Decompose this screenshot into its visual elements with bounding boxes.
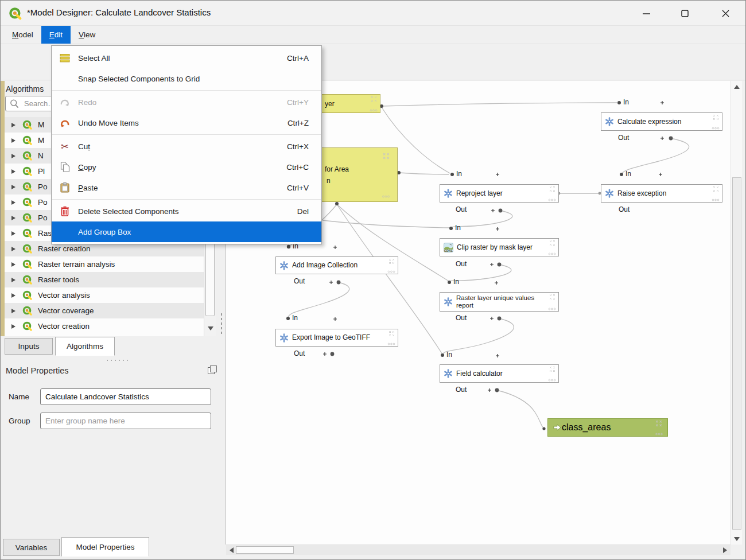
comment-icon[interactable] xyxy=(382,195,390,198)
menu-item-select-all[interactable]: Select All Ctrl+A xyxy=(52,48,321,68)
model-name-field[interactable] xyxy=(40,388,211,405)
scroll-down-button[interactable] xyxy=(731,534,743,543)
expand-icon[interactable] xyxy=(11,154,15,158)
port-in-label[interactable]: In xyxy=(456,170,462,178)
algorithm-group-row[interactable]: Vector coverage xyxy=(5,303,204,318)
port-out-label[interactable]: Out xyxy=(456,314,467,322)
list-scrollbar-thumb[interactable] xyxy=(205,239,215,316)
list-scroll-down-button[interactable] xyxy=(205,322,215,334)
port-in-label[interactable]: In xyxy=(292,314,298,322)
expand-icon[interactable] xyxy=(11,200,15,205)
comment-icon[interactable] xyxy=(712,127,720,130)
menu-item-add-group-box[interactable]: Add Group Box xyxy=(52,221,321,242)
port-out-label[interactable]: Out xyxy=(456,386,467,394)
edit-component-icon[interactable] xyxy=(655,420,663,427)
expand-icon[interactable] xyxy=(11,262,15,267)
undock-icon[interactable] xyxy=(208,367,215,374)
menu-item-cut[interactable]: ✂ Cut Ctrl+X xyxy=(52,136,321,157)
node-add-image-collection[interactable]: Add Image Collection xyxy=(275,256,398,274)
scroll-left-button[interactable] xyxy=(227,546,236,555)
canvas-vertical-scrollbar[interactable] xyxy=(731,81,742,545)
expand-icon[interactable] xyxy=(11,278,15,282)
tab-variables[interactable]: Variables xyxy=(3,539,60,556)
port-in-label[interactable]: In xyxy=(623,98,629,106)
menu-model[interactable]: Model xyxy=(4,26,41,44)
expand-icon[interactable] xyxy=(11,123,15,127)
panel-splitter-grip[interactable] xyxy=(220,312,223,335)
port-out-label[interactable]: Out xyxy=(294,349,305,357)
menu-item-undo-move-items[interactable]: Undo Move Items Ctrl+Z xyxy=(52,112,321,133)
algorithm-group-row[interactable]: Vector analysis xyxy=(5,287,204,303)
comment-icon[interactable] xyxy=(548,252,556,255)
vertical-scrollbar-thumb[interactable] xyxy=(732,177,741,530)
menu-item-snap-to-grid[interactable]: Snap Selected Components to Grid xyxy=(52,68,321,89)
edit-component-icon[interactable] xyxy=(549,366,556,373)
port-out-label[interactable]: Out xyxy=(294,277,305,285)
port-in-label[interactable]: In xyxy=(455,224,461,232)
comment-icon[interactable] xyxy=(548,379,556,382)
comment-icon[interactable] xyxy=(712,199,720,201)
port-in-label[interactable]: In xyxy=(453,278,459,286)
node-output-class-areas[interactable]: class_areas xyxy=(547,418,668,437)
menu-view[interactable]: View xyxy=(71,26,103,44)
algorithm-group-row[interactable]: Raster terrain analysis xyxy=(5,256,204,272)
edit-component-icon[interactable] xyxy=(388,330,395,337)
edit-component-icon[interactable] xyxy=(549,186,556,193)
expand-icon[interactable] xyxy=(11,293,15,298)
maximize-button[interactable] xyxy=(671,4,698,22)
model-group-field[interactable] xyxy=(40,413,211,429)
canvas-horizontal-scrollbar[interactable] xyxy=(226,545,731,555)
node-reproject-layer[interactable]: Reproject layer xyxy=(440,184,559,203)
port-out-label[interactable]: Out xyxy=(619,205,630,213)
node-field-calculator[interactable]: Field calculator xyxy=(440,364,559,383)
node-unique-values[interactable]: Raster layer unique values report xyxy=(440,292,559,312)
edit-component-icon[interactable] xyxy=(713,114,720,121)
node-clip-raster[interactable]: Clip raster by mask layer xyxy=(440,238,559,256)
menu-item-copy[interactable]: Copy Ctrl+C xyxy=(52,157,321,177)
algorithm-group-row[interactable]: Vector creation xyxy=(5,318,204,334)
horizontal-scrollbar-thumb[interactable] xyxy=(236,546,294,554)
port-out-label[interactable]: Out xyxy=(618,134,629,142)
edit-component-icon[interactable] xyxy=(549,294,556,301)
comment-icon[interactable] xyxy=(655,433,663,435)
tab-inputs[interactable]: Inputs xyxy=(5,338,53,355)
comment-icon[interactable] xyxy=(370,109,378,112)
edit-component-icon[interactable] xyxy=(371,96,378,103)
undo-icon xyxy=(57,118,72,127)
node-calculate-expression[interactable]: Calculate expression xyxy=(601,112,722,131)
node-raise-exception[interactable]: Raise exception xyxy=(601,184,722,203)
edit-component-icon[interactable] xyxy=(713,186,720,193)
tab-algorithms[interactable]: Algorithms xyxy=(55,337,115,356)
scroll-right-button[interactable] xyxy=(720,546,729,555)
expand-icon[interactable] xyxy=(11,247,15,251)
edit-component-icon[interactable] xyxy=(549,240,556,247)
scroll-up-button[interactable] xyxy=(731,82,743,91)
port-in-label[interactable]: In xyxy=(625,170,631,178)
comment-icon[interactable] xyxy=(387,343,395,345)
expand-icon[interactable] xyxy=(11,231,15,236)
expand-icon[interactable] xyxy=(11,138,15,143)
port-out-label[interactable]: Out xyxy=(456,205,467,213)
node-export-image-geotiff[interactable]: Export Image to GeoTIFF xyxy=(275,329,398,347)
tab-model-properties[interactable]: Model Properties xyxy=(61,537,149,557)
minimize-button[interactable] xyxy=(633,4,659,22)
algorithm-group-row[interactable]: Raster tools xyxy=(5,272,204,287)
edit-component-icon[interactable] xyxy=(388,258,395,265)
expand-icon[interactable] xyxy=(11,324,15,329)
port-out-label[interactable]: Out xyxy=(456,260,467,268)
menu-edit[interactable]: Edit xyxy=(41,26,71,44)
expand-icon[interactable] xyxy=(11,216,15,220)
menu-item-redo[interactable]: Redo Ctrl+Y xyxy=(52,92,321,112)
comment-icon[interactable] xyxy=(548,308,556,310)
menu-item-paste[interactable]: Paste Ctrl+V xyxy=(52,177,321,198)
expand-icon[interactable] xyxy=(11,185,15,189)
expand-icon[interactable] xyxy=(11,169,15,174)
menu-item-delete-selected[interactable]: Delete Selected Components Del xyxy=(52,201,321,221)
expand-icon[interactable] xyxy=(11,309,15,313)
horizontal-splitter-grip[interactable] xyxy=(106,359,129,361)
edit-component-icon[interactable] xyxy=(383,153,390,160)
close-button[interactable] xyxy=(712,4,739,22)
comment-icon[interactable] xyxy=(548,199,556,201)
port-in-label[interactable]: In xyxy=(446,351,452,359)
comment-icon[interactable] xyxy=(387,270,395,273)
